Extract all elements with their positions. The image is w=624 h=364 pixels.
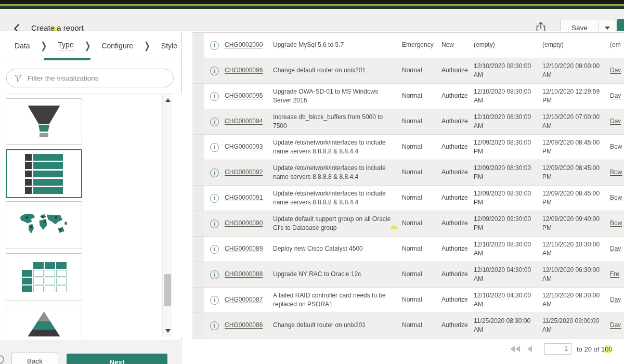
change-number-link[interactable]: CHG0000089 <box>225 244 263 253</box>
viz-card-map[interactable] <box>6 201 82 249</box>
viz-card-heatmap[interactable] <box>6 253 82 301</box>
info-icon[interactable]: i <box>210 168 219 177</box>
assigned-to-cell: Dav <box>610 313 624 338</box>
first-page-button[interactable] <box>510 346 520 352</box>
back-button[interactable]: Back <box>11 353 58 364</box>
panel-scrollbar[interactable] <box>162 94 172 337</box>
step-type[interactable]: Type <box>58 41 73 50</box>
info-icon[interactable]: i <box>210 41 219 50</box>
change-number-cell: CHG0000092 <box>225 160 273 185</box>
assigned-to-link[interactable]: Dav <box>610 92 621 100</box>
change-number-cell: CHG0000095 <box>225 84 273 109</box>
visualization-type-list <box>0 94 182 337</box>
assigned-to-link[interactable]: (em <box>610 41 621 49</box>
row-gutter <box>192 262 204 287</box>
assigned-to-link[interactable]: Bow <box>610 142 622 151</box>
change-number-link[interactable]: CHG0000095 <box>225 92 263 100</box>
change-number-link[interactable]: CHG0000094 <box>225 117 263 126</box>
priority-cell: Normal <box>402 109 441 134</box>
active-step-indicator <box>44 58 90 60</box>
assigned-to-cell: Bow <box>610 135 624 160</box>
assigned-to-link[interactable]: Bow <box>610 168 622 177</box>
planned-end-cell: 12/10/2020 10:30:00 AM <box>542 237 610 262</box>
change-number-link[interactable]: CHG0000086 <box>225 321 263 330</box>
info-icon[interactable]: i <box>210 92 219 101</box>
priority-cell: Normal <box>402 262 441 287</box>
change-number-link[interactable]: CHG0000087 <box>225 295 263 304</box>
info-icon[interactable]: i <box>210 296 219 305</box>
planned-start-cell: 12/10/2020 08:30:00 AM <box>474 237 542 262</box>
assigned-to-link[interactable]: Fre <box>610 270 619 279</box>
app-header: Create a report Save <box>0 9 624 31</box>
change-number-cell: CHG0000090 <box>225 211 273 236</box>
short-description-cell: Upgrade OWA-SD-01 to MS Windows Server 2… <box>273 84 402 109</box>
step-configure[interactable]: Configure <box>101 42 133 50</box>
planned-end-cell: 12/10/2020 09:00:00 AM <box>542 58 610 83</box>
info-icon[interactable]: i <box>210 219 219 228</box>
info-icon[interactable]: i <box>210 67 219 75</box>
chevron-right-icon: ❯ <box>41 40 47 51</box>
state-cell: Authorize <box>441 211 474 236</box>
change-number-link[interactable]: CHG0000093 <box>225 142 263 151</box>
planned-start-cell: 12/10/2020 08:30:00 AM <box>474 84 542 109</box>
change-number-cell: CHG0000088 <box>225 262 273 287</box>
info-icon[interactable]: i <box>210 270 219 279</box>
next-button[interactable]: Next <box>67 354 167 364</box>
assigned-to-link[interactable]: Dav <box>610 244 621 253</box>
priority-cell: Normal <box>402 84 441 109</box>
change-number-link[interactable]: CHG0000091 <box>225 193 263 202</box>
info-icon[interactable]: i <box>210 194 219 203</box>
filter-input[interactable] <box>28 74 173 82</box>
viz-card-list[interactable] <box>6 149 82 198</box>
row-info-cell: i <box>204 313 225 338</box>
info-icon[interactable]: i <box>210 245 219 254</box>
change-number-link[interactable]: CHG0000092 <box>225 168 263 177</box>
row-info-cell: i <box>204 262 225 287</box>
change-number-link[interactable]: CHG0000096 <box>225 66 263 75</box>
scroll-up-arrow-icon[interactable] <box>165 98 171 102</box>
short-description-cell: Upgrade MySql 5.6 to 5.7 <box>273 33 402 58</box>
change-number-link[interactable]: CHG0000090 <box>225 219 263 228</box>
viz-card-pyramid[interactable] <box>6 305 82 337</box>
planned-end-cell: (empty) <box>542 33 610 58</box>
page-number-input[interactable] <box>544 343 571 355</box>
change-number-link[interactable]: CHG0000088 <box>225 270 263 279</box>
priority-cell: Emergency <box>402 33 441 58</box>
wizard-footer: Back Next <box>0 341 182 364</box>
planned-start-cell: 12/09/2020 08:30:00 PM <box>474 135 542 160</box>
viz-card-funnel[interactable] <box>6 98 82 145</box>
assigned-to-link[interactable]: Dav <box>610 66 621 75</box>
priority-cell: Normal <box>402 58 441 83</box>
state-cell: Authorize <box>441 84 474 109</box>
table-row: i CHG0000096 Change default router on un… <box>192 58 624 84</box>
table-row: i CHG0000094 Increase db_block_buffers f… <box>192 109 624 135</box>
info-icon[interactable]: i <box>210 118 219 126</box>
row-info-cell: i <box>204 160 225 185</box>
assigned-to-cell: Fre <box>610 262 624 287</box>
step-data[interactable]: Data <box>15 42 30 50</box>
change-number-link[interactable]: CHG0002000 <box>225 41 263 49</box>
info-icon[interactable]: i <box>210 321 219 330</box>
assigned-to-link[interactable]: Dav <box>610 117 621 126</box>
step-style[interactable]: Style <box>161 42 177 50</box>
planned-start-cell: 12/10/2020 06:30:00 AM <box>474 109 542 134</box>
scrollbar-thumb[interactable] <box>164 274 171 306</box>
visualization-filter[interactable] <box>6 69 174 87</box>
planned-end-cell: 12/10/2020 12:29:59 PM <box>542 84 610 109</box>
assigned-to-link[interactable]: Dav <box>610 295 621 304</box>
assigned-to-link[interactable]: Bow <box>610 219 622 228</box>
change-number-cell: CHG0002000 <box>225 33 273 58</box>
change-number-cell: CHG0000086 <box>225 313 273 338</box>
row-info-cell: i <box>204 109 225 134</box>
row-gutter <box>192 58 204 83</box>
assigned-to-cell: Bow <box>610 211 624 236</box>
previous-page-button[interactable] <box>527 346 532 352</box>
row-info-cell: i <box>204 58 225 83</box>
highlight-artifact <box>391 226 397 229</box>
assigned-to-link[interactable]: Dav <box>610 321 621 330</box>
planned-start-cell: 11/25/2020 08:30:00 AM <box>474 313 542 338</box>
scroll-down-arrow-icon[interactable] <box>165 329 171 333</box>
assigned-to-link[interactable]: Bow <box>610 193 622 202</box>
assigned-to-cell: (em <box>610 33 624 58</box>
info-icon[interactable]: i <box>210 143 219 152</box>
